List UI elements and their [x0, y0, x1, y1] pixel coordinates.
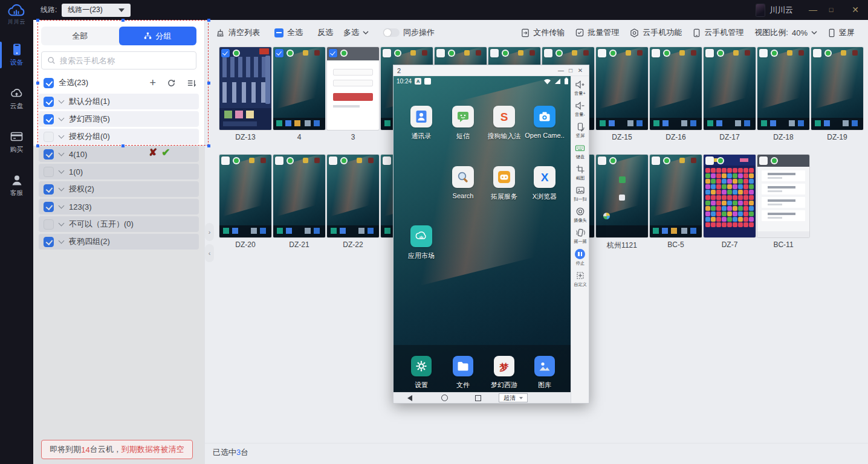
- group-row[interactable]: 默认分组(1): [39, 94, 199, 109]
- group-checkbox[interactable]: [44, 184, 54, 195]
- line-select-dropdown[interactable]: 线路一(23): [62, 4, 130, 17]
- phone-close-button[interactable]: ✕: [575, 67, 585, 74]
- batch-manage-button[interactable]: 批量管理: [575, 27, 619, 38]
- device-checkbox[interactable]: [544, 49, 552, 57]
- clear-list-button[interactable]: 清空列表: [216, 27, 260, 38]
- device-thumbnail[interactable]: [650, 47, 702, 130]
- chevron-down-icon[interactable]: [59, 168, 65, 174]
- chevron-down-icon[interactable]: [59, 115, 65, 121]
- phone-window-titlebar[interactable]: 2 — □ ✕: [394, 65, 589, 76]
- contacts-icon[interactable]: [410, 106, 432, 127]
- group-row[interactable]: 授权分组(0): [39, 129, 199, 144]
- settings-icon[interactable]: [411, 356, 432, 376]
- device-thumbnail[interactable]: [273, 155, 325, 237]
- device-checkbox[interactable]: [759, 49, 768, 57]
- control-keyboard[interactable]: 键盘: [575, 143, 585, 160]
- device-checkbox[interactable]: [705, 49, 714, 57]
- select-all-checkbox[interactable]: [44, 78, 54, 88]
- device-thumbnail[interactable]: [273, 47, 325, 130]
- selection-handle[interactable]: [207, 19, 210, 22]
- group-row[interactable]: 夜鸦四组(2): [39, 234, 199, 250]
- device-checkbox[interactable]: [652, 49, 660, 57]
- device-checkbox[interactable]: [759, 156, 768, 165]
- device-thumbnail[interactable]: [219, 47, 271, 130]
- selection-handle[interactable]: [207, 82, 210, 85]
- device-thumbnail[interactable]: [704, 155, 756, 237]
- device-checkbox[interactable]: [383, 49, 391, 57]
- panel-expand-arrow[interactable]: ›: [205, 223, 214, 241]
- panel-collapse-arrow[interactable]: ‹: [205, 244, 214, 262]
- selection-handle[interactable]: [36, 82, 39, 85]
- phone-screen[interactable]: 10:24 A 通讯录短信S搜狗输入法Open Came..Search拓展服务…: [394, 76, 572, 403]
- x-browser-icon[interactable]: X: [534, 166, 555, 188]
- selection-handle[interactable]: [121, 19, 125, 22]
- device-checkbox[interactable]: [275, 49, 283, 57]
- mhxy-game-icon[interactable]: 梦: [494, 356, 514, 376]
- sms-icon[interactable]: [452, 106, 474, 127]
- sidebar-item-support[interactable]: 客服: [0, 171, 33, 200]
- device-thumbnail[interactable]: [811, 47, 863, 130]
- device-thumbnail[interactable]: [596, 155, 648, 237]
- group-row[interactable]: 不可以（五开）(0): [39, 216, 199, 232]
- group-checkbox[interactable]: [44, 167, 54, 177]
- phone-stream-window[interactable]: 2 — □ ✕ 10:24 A 通讯录短信S搜狗输入法Open Came..Se…: [393, 65, 589, 404]
- sidebar-item-purchase[interactable]: 购买: [0, 127, 33, 156]
- group-checkbox[interactable]: [44, 132, 54, 142]
- selection-handle[interactable]: [121, 144, 125, 147]
- sogou-input-icon[interactable]: S: [493, 106, 515, 127]
- control-screenshot[interactable]: 截图: [575, 164, 585, 181]
- extend-service-icon[interactable]: [493, 166, 515, 188]
- sidebar-item-devices[interactable]: 设备: [0, 40, 33, 69]
- group-row[interactable]: 1(0): [39, 164, 199, 179]
- selection-handle[interactable]: [36, 144, 39, 147]
- phone-minimize-button[interactable]: —: [556, 67, 566, 74]
- selection-handle[interactable]: [207, 144, 210, 147]
- device-thumbnail[interactable]: [704, 47, 756, 130]
- collapse-list-button[interactable]: [187, 79, 196, 88]
- portrait-mode-button[interactable]: 竖屏: [828, 27, 855, 38]
- device-checkbox[interactable]: [598, 156, 606, 165]
- maximize-button[interactable]: □: [822, 0, 840, 20]
- control-rotate-portrait[interactable]: 竖屏: [575, 122, 585, 139]
- close-button[interactable]: ✕: [846, 0, 864, 20]
- device-checkbox[interactable]: [705, 156, 714, 165]
- device-checkbox[interactable]: [598, 49, 606, 57]
- device-checkbox[interactable]: [383, 156, 391, 165]
- nav-recent-button[interactable]: [461, 395, 495, 401]
- group-checkbox[interactable]: [44, 237, 54, 247]
- control-volume-down[interactable]: 音量-: [574, 101, 586, 118]
- chevron-down-icon[interactable]: [59, 98, 65, 104]
- device-checkbox[interactable]: [275, 156, 283, 165]
- selection-handle[interactable]: [36, 19, 39, 22]
- device-thumbnail[interactable]: [327, 47, 379, 130]
- add-group-button[interactable]: +: [149, 79, 156, 87]
- stream-quality-dropdown[interactable]: 超清: [499, 393, 528, 402]
- group-row[interactable]: 4(10): [39, 146, 199, 162]
- control-volume-up[interactable]: 音量+: [574, 80, 586, 97]
- chevron-down-icon[interactable]: [59, 185, 65, 192]
- indeterminate-checkbox[interactable]: [274, 28, 283, 37]
- group-checkbox[interactable]: [44, 97, 54, 107]
- phone-functions-button[interactable]: 云手机功能: [630, 27, 682, 38]
- device-checkbox[interactable]: [329, 156, 337, 165]
- chevron-down-icon[interactable]: [59, 238, 65, 244]
- expiry-warning[interactable]: 即将到期14台云机，到期数据将被清空: [41, 440, 193, 459]
- group-row[interactable]: 授权(2): [39, 181, 199, 197]
- chevron-down-icon[interactable]: [59, 133, 65, 139]
- chevron-down-icon[interactable]: [59, 203, 65, 209]
- device-thumbnail[interactable]: [596, 47, 648, 130]
- group-checkbox[interactable]: [44, 149, 54, 160]
- device-thumbnail[interactable]: [757, 47, 809, 130]
- device-checkbox[interactable]: [436, 49, 445, 57]
- minimize-button[interactable]: —: [804, 0, 822, 20]
- device-checkbox[interactable]: [813, 49, 821, 57]
- device-thumbnail[interactable]: [757, 155, 809, 237]
- device-thumbnail[interactable]: [327, 155, 379, 237]
- chevron-down-icon[interactable]: [59, 150, 65, 156]
- toggle-off[interactable]: [383, 28, 400, 37]
- group-checkbox[interactable]: [44, 219, 54, 230]
- device-checkbox[interactable]: [490, 49, 499, 57]
- control-scan[interactable]: 扫一扫: [573, 185, 588, 202]
- sidebar-item-cloud-disk[interactable]: 云盘: [0, 84, 33, 113]
- phone-manage-button[interactable]: 云手机管理: [693, 27, 743, 38]
